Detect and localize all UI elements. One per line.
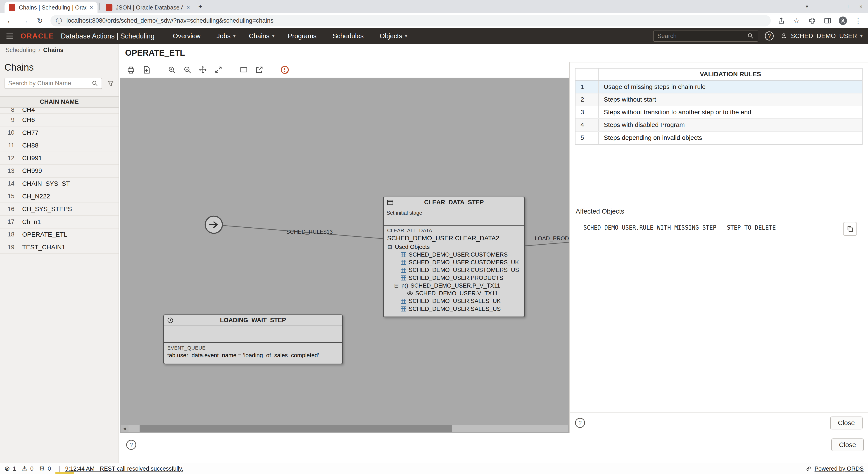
horizontal-scrollbar[interactable]: ◀ xyxy=(121,425,568,432)
export-image-icon[interactable] xyxy=(142,65,151,75)
used-object-item[interactable]: SCHED_DEMO_USER.CUSTOMERS_US xyxy=(387,266,521,274)
table-row[interactable]: 9CH6 xyxy=(0,114,119,126)
copy-button[interactable] xyxy=(843,222,857,236)
used-object-item[interactable]: SCHED_DEMO_USER.CUSTOMERS xyxy=(387,251,521,258)
nav-item-schedules[interactable]: Schedules xyxy=(327,30,372,42)
share-icon[interactable] xyxy=(777,16,786,25)
validation-rule-row[interactable]: 3 Steps without transition to another st… xyxy=(576,106,862,119)
tab-close-icon[interactable]: × xyxy=(187,4,190,11)
profile-icon[interactable] xyxy=(839,17,847,25)
browser-tab-active[interactable]: Chains | Scheduling | Oracle Dat × xyxy=(4,2,97,13)
validation-rule-row[interactable]: 1 Usage of missing steps in chain rule xyxy=(576,81,862,93)
help-icon[interactable]: ? xyxy=(575,418,585,428)
powered-by-ords-link[interactable]: Powered by ORDS xyxy=(815,465,864,472)
used-object-item[interactable]: SCHED_DEMO_USER.SALES_UK xyxy=(387,297,521,305)
window-close-button[interactable]: × xyxy=(859,3,862,10)
extensions-icon[interactable] xyxy=(808,16,817,25)
validation-rule-row[interactable]: 2 Steps without start xyxy=(576,93,862,106)
filter-icon[interactable] xyxy=(107,80,114,87)
nav-item-objects[interactable]: Objects▾ xyxy=(373,30,413,42)
used-object-item-procedure[interactable]: ⊟ p() SCHED_DEMO_USER.P_V_TX11 xyxy=(387,282,521,289)
table-row[interactable]: 8CH4 xyxy=(0,108,119,114)
scrollbar-thumb[interactable] xyxy=(140,425,453,432)
close-button[interactable]: Close xyxy=(831,439,864,451)
url-bar[interactable]: ⓘ localhost:8080/ords/sched_demo/_sdw/?n… xyxy=(51,15,771,27)
window-maximize-button[interactable]: □ xyxy=(845,3,848,10)
nav-item-overview[interactable]: Overview xyxy=(167,30,209,42)
warnings-icon[interactable]: ⚠ xyxy=(22,465,27,472)
collapse-icon[interactable]: ⊟ xyxy=(394,283,399,289)
pan-icon[interactable] xyxy=(198,65,208,75)
search-icon xyxy=(747,33,754,39)
nav-item-chains[interactable]: Chains▾ xyxy=(243,30,280,42)
fit-to-screen-icon[interactable] xyxy=(214,65,223,75)
table-row[interactable]: 11CH88 xyxy=(0,139,119,152)
validation-alert-icon[interactable] xyxy=(280,65,289,75)
help-icon[interactable]: ? xyxy=(126,440,136,450)
step-clear-data[interactable]: CLEAR_DATA_STEP Set initial stage CLEAR_… xyxy=(383,197,525,317)
chain-start-node[interactable] xyxy=(204,215,224,235)
used-object-item[interactable]: SCHED_DEMO_USER.PRODUCTS xyxy=(387,274,521,282)
table-row[interactable]: 12CH991 xyxy=(0,152,119,165)
zoom-out-icon[interactable] xyxy=(183,65,192,75)
site-info-icon[interactable]: ⓘ xyxy=(56,17,62,25)
table-row[interactable]: 17Ch_n1 xyxy=(0,216,119,228)
global-search[interactable] xyxy=(653,31,758,41)
side-panel-icon[interactable] xyxy=(823,16,832,25)
frame-select-icon[interactable] xyxy=(239,65,249,75)
tab-close-icon[interactable]: × xyxy=(90,4,93,11)
print-icon[interactable] xyxy=(126,65,136,75)
validation-rule-row[interactable]: 4 Steps with disabled Program xyxy=(576,119,862,131)
errors-count: 1 xyxy=(13,465,16,472)
step-header[interactable]: CLEAR_DATA_STEP xyxy=(384,197,524,208)
used-object-item[interactable]: SCHED_DEMO_USER.CUSTOMERS_UK xyxy=(387,259,521,266)
breadcrumb-scheduling[interactable]: Scheduling xyxy=(5,47,35,54)
settings-gear-icon[interactable]: ⚙ xyxy=(39,465,45,472)
new-tab-button[interactable]: + xyxy=(194,1,207,12)
user-menu[interactable]: SCHED_DEMO_USER ▾ xyxy=(780,32,862,39)
step-loading-wait[interactable]: LOADING_WAIT_STEP EVENT_QUEUE tab.user_d… xyxy=(163,315,343,364)
edge-label-sched-rule[interactable]: SCHED_RULE$13 xyxy=(286,229,333,235)
browser-tab[interactable]: JSON | Oracle Database Actions × xyxy=(101,2,194,13)
zoom-in-icon[interactable] xyxy=(167,65,177,75)
tab-search-icon[interactable]: ▾ xyxy=(806,0,808,13)
hamburger-icon[interactable] xyxy=(5,32,14,40)
scroll-left-arrow[interactable]: ◀ xyxy=(121,425,128,432)
table-row[interactable]: 19TEST_CHAIN1 xyxy=(0,241,119,254)
table-row-operate-etl[interactable]: 18OPERATE_ETL xyxy=(0,229,119,241)
table-row[interactable]: 16CH_SYS_STEPS xyxy=(0,203,119,216)
table-row[interactable]: 10CH77 xyxy=(0,126,119,139)
used-object-item[interactable]: SCHED_DEMO_USER.SALES_US xyxy=(387,305,521,313)
nav-item-jobs[interactable]: Jobs▾ xyxy=(210,30,242,42)
status-bar: ⊗ 1 ⚠ 0 ⚙ 0 | 9:12:44 AM - REST call res… xyxy=(0,463,868,474)
open-in-new-icon[interactable] xyxy=(255,65,264,75)
table-row[interactable]: 14CHAIN_SYS_ST xyxy=(0,178,119,190)
menu-dots-icon[interactable]: ⋮ xyxy=(854,16,863,25)
panel-close-button[interactable]: Close xyxy=(830,417,863,429)
window-minimize-button[interactable]: – xyxy=(831,3,834,10)
errors-icon[interactable]: ⊗ xyxy=(4,465,10,472)
global-search-input[interactable] xyxy=(657,33,740,39)
forward-icon[interactable]: → xyxy=(21,17,29,25)
column-header: CHAIN NAME xyxy=(0,96,119,108)
bookmark-star-icon[interactable]: ☆ xyxy=(792,16,801,25)
table-row[interactable]: 15CH_N222 xyxy=(0,190,119,203)
step-header[interactable]: LOADING_WAIT_STEP xyxy=(164,315,342,326)
collapse-icon[interactable]: ⊟ xyxy=(387,244,393,250)
back-icon[interactable]: ← xyxy=(5,17,14,25)
help-icon[interactable]: ? xyxy=(765,31,774,40)
edge-label-load-product[interactable]: LOAD_PRODUCT_ xyxy=(535,235,569,242)
chain-search[interactable] xyxy=(4,78,102,89)
status-message-link[interactable]: 9:12:44 AM - REST call resolved successf… xyxy=(65,465,183,472)
nav-item-programs[interactable]: Programs xyxy=(282,30,325,42)
table-row[interactable]: 13CH999 xyxy=(0,165,119,177)
copy-icon xyxy=(846,225,854,233)
search-icon[interactable] xyxy=(92,80,98,87)
validation-rule-row[interactable]: 5 Steps depending on invalid objects xyxy=(576,132,862,144)
chain-search-input[interactable] xyxy=(8,80,80,87)
chain-diagram-canvas[interactable]: SCHED_RULE$13 LOAD_PRODUCT_ CLEAR_D xyxy=(120,78,569,433)
used-objects-root[interactable]: ⊟ Used Objects xyxy=(387,243,521,251)
scrollbar-track[interactable] xyxy=(128,425,568,432)
reload-icon[interactable]: ↻ xyxy=(35,17,44,25)
used-object-item-view[interactable]: SCHED_DEMO_USER.V_TX11 xyxy=(387,290,521,297)
